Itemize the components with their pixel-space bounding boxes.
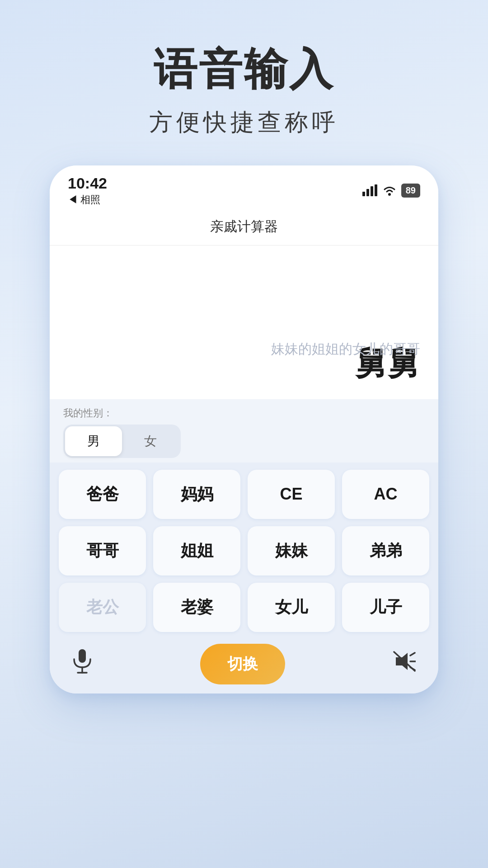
gender-female-button[interactable]: 女: [122, 426, 179, 456]
svg-rect-0: [362, 192, 365, 196]
key-baba[interactable]: 爸爸: [59, 470, 146, 519]
mic-button[interactable]: [59, 645, 106, 683]
gender-label: 我的性别：: [63, 406, 425, 420]
status-left: 10:42 ◀ 相照: [68, 175, 107, 207]
svg-point-4: [388, 193, 391, 196]
switch-button[interactable]: 切换: [200, 644, 285, 684]
key-laopo[interactable]: 老婆: [153, 583, 240, 632]
app-header: 亲戚计算器: [50, 211, 438, 245]
mic-icon: [72, 649, 92, 674]
placeholder-text: 妹妹的姐姐的女儿的哥哥: [271, 340, 420, 359]
speaker-icon: [393, 651, 416, 672]
signal-icon: [362, 184, 378, 196]
status-right: 89: [362, 184, 420, 198]
speaker-button[interactable]: [380, 646, 429, 681]
key-mama[interactable]: 妈妈: [153, 470, 240, 519]
input-area: 妹妹的姐姐的女儿的哥哥 舅舅: [50, 245, 438, 399]
key-nver[interactable]: 女儿: [248, 583, 335, 632]
status-bar: 10:42 ◀ 相照 89: [50, 165, 438, 211]
svg-rect-2: [371, 186, 373, 196]
svg-line-9: [410, 653, 415, 656]
key-gege[interactable]: 哥哥: [59, 526, 146, 576]
status-time: 10:42: [68, 175, 107, 192]
svg-rect-1: [366, 189, 369, 196]
gender-male-button[interactable]: 男: [65, 426, 122, 456]
app-title: 亲戚计算器: [210, 219, 278, 234]
phone-mockup: 10:42 ◀ 相照 89 亲戚计算器 妹妹的姐姐的女儿的哥哥: [50, 165, 438, 693]
key-ce[interactable]: CE: [248, 470, 335, 519]
key-didi[interactable]: 弟弟: [342, 526, 429, 576]
key-meimei[interactable]: 妹妹: [248, 526, 335, 576]
gender-section: 我的性别： 男 女: [50, 399, 438, 462]
wifi-icon: [382, 184, 397, 196]
svg-rect-5: [79, 649, 86, 663]
hero-section: 语音输入 方便快捷查称呼: [0, 0, 488, 165]
hero-subtitle: 方便快捷查称呼: [27, 107, 461, 138]
switch-label: 切换: [227, 655, 258, 672]
key-erzi[interactable]: 儿子: [342, 583, 429, 632]
key-laogong[interactable]: 老公: [59, 583, 146, 632]
back-label[interactable]: ◀ 相照: [68, 193, 107, 207]
bottom-bar: 切换: [50, 639, 438, 693]
keyboard-grid: 爸爸 妈妈 CE AC 哥哥 姐姐 妹妹 弟弟 老公 老婆 女儿 儿子: [50, 462, 438, 639]
hero-title: 语音输入: [27, 45, 461, 93]
key-ac[interactable]: AC: [342, 470, 429, 519]
gender-selector: 男 女: [63, 425, 181, 458]
battery-badge: 89: [401, 184, 420, 198]
svg-rect-3: [375, 184, 377, 196]
key-jiejie[interactable]: 姐姐: [153, 526, 240, 576]
